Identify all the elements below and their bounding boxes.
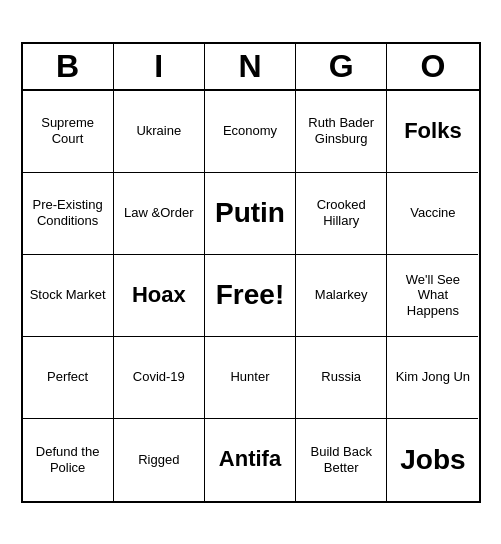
bingo-cell[interactable]: Pre-Existing Conditions: [23, 173, 114, 255]
header-letter: O: [387, 44, 478, 89]
header-letter: N: [205, 44, 296, 89]
bingo-cell[interactable]: Build Back Better: [296, 419, 387, 501]
bingo-cell[interactable]: Rigged: [114, 419, 205, 501]
bingo-grid: Supreme CourtUkraineEconomyRuth Bader Gi…: [23, 91, 479, 501]
header-letter: G: [296, 44, 387, 89]
bingo-cell[interactable]: Defund the Police: [23, 419, 114, 501]
bingo-cell[interactable]: Ruth Bader Ginsburg: [296, 91, 387, 173]
bingo-card: BINGO Supreme CourtUkraineEconomyRuth Ba…: [21, 42, 481, 503]
bingo-cell[interactable]: Law &Order: [114, 173, 205, 255]
bingo-header: BINGO: [23, 44, 479, 91]
header-letter: B: [23, 44, 114, 89]
bingo-cell[interactable]: Russia: [296, 337, 387, 419]
bingo-cell[interactable]: Vaccine: [387, 173, 478, 255]
bingo-cell[interactable]: Antifa: [205, 419, 296, 501]
header-letter: I: [114, 44, 205, 89]
bingo-cell[interactable]: Economy: [205, 91, 296, 173]
bingo-cell[interactable]: Supreme Court: [23, 91, 114, 173]
bingo-cell[interactable]: Crooked Hillary: [296, 173, 387, 255]
bingo-cell[interactable]: Putin: [205, 173, 296, 255]
bingo-cell[interactable]: Hunter: [205, 337, 296, 419]
bingo-cell[interactable]: Free!: [205, 255, 296, 337]
bingo-cell[interactable]: Jobs: [387, 419, 478, 501]
bingo-cell[interactable]: Ukraine: [114, 91, 205, 173]
bingo-cell[interactable]: Perfect: [23, 337, 114, 419]
bingo-cell[interactable]: Folks: [387, 91, 478, 173]
bingo-cell[interactable]: Stock Market: [23, 255, 114, 337]
bingo-cell[interactable]: Kim Jong Un: [387, 337, 478, 419]
bingo-cell[interactable]: Malarkey: [296, 255, 387, 337]
bingo-cell[interactable]: We'll See What Happens: [387, 255, 478, 337]
bingo-cell[interactable]: Covid-19: [114, 337, 205, 419]
bingo-cell[interactable]: Hoax: [114, 255, 205, 337]
